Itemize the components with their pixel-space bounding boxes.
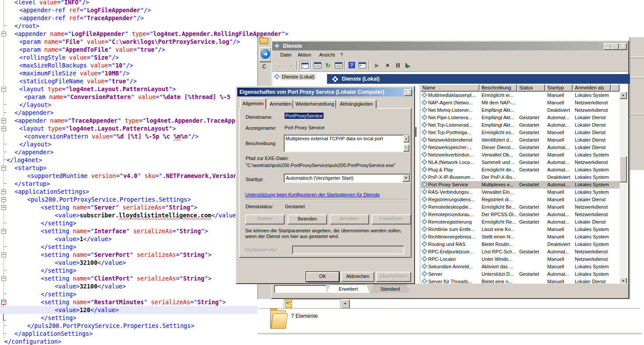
table-cell: Bietet Routin... — [480, 241, 517, 248]
abbrechen-button[interactable]: Abbrechen — [341, 272, 374, 282]
tab-allgemein[interactable]: Allgemein — [240, 98, 266, 109]
starttyp-select[interactable]: Automatisch (Verzögerter Start) ▼ — [284, 174, 411, 183]
table-cell: Gestartet — [517, 219, 545, 225]
forward-arrow-icon[interactable]: → — [286, 61, 296, 70]
column-header-anmeldenals[interactable]: Anmelden als — [573, 84, 611, 92]
column-header-starttyp[interactable]: Starttyp — [545, 84, 573, 92]
table-cell: Löst RPC-Sch... — [480, 249, 517, 255]
window-border — [630, 37, 630, 332]
gear-icon — [422, 220, 426, 224]
table-cell: Der PnP-X-Bu... — [480, 174, 517, 181]
restart-service-icon[interactable]: ▶ — [403, 61, 412, 70]
show-extended-view-icon[interactable] — [357, 61, 367, 70]
tab-wiederherstellung[interactable]: Wiederherstellung — [293, 100, 336, 109]
pause-service-icon[interactable] — [393, 61, 403, 70]
minimize-button[interactable]: ▁ — [604, 43, 612, 50]
table-row[interactable]: NLA (Network Loca...Sammelt und ...Gesta… — [421, 159, 619, 166]
console-tree-icon[interactable] — [299, 61, 310, 71]
table-row[interactable]: Net.Tcp-Portfreiga...Ermöglicht es...Ges… — [421, 129, 619, 136]
column-header-beschreibung[interactable]: Beschreibung — [479, 84, 517, 92]
table-row[interactable]: RemoteregistrierungErmöglicht Re...Gesta… — [421, 218, 619, 226]
table-cell: Unter Windo... — [480, 256, 517, 263]
folder-tree-fragment[interactable] — [284, 299, 341, 309]
services-app-icon — [275, 44, 279, 48]
table-cell: RPC-Locator — [421, 256, 480, 263]
table-cell: Ermöglicht Be... — [480, 204, 517, 210]
table-row[interactable]: Routing und RASBietet Routin...Deaktivie… — [421, 241, 619, 248]
table-cell: Manuell — [545, 204, 573, 210]
ok-button[interactable]: OK — [306, 272, 339, 282]
table-row[interactable]: Netzwerkverbindun...Verwaltet Ob...Gesta… — [421, 151, 619, 159]
beenden-button[interactable]: Beenden — [288, 214, 327, 224]
table-cell: Manuell — [545, 92, 573, 99]
table-row[interactable]: Remoteprozedurau...Der RPCSS-Di...Gestar… — [421, 211, 619, 218]
view-tab-standard[interactable]: Standard — [370, 285, 410, 293]
gear-icon — [422, 123, 426, 127]
gear-icon — [275, 75, 279, 78]
close-icon[interactable]: ✕ — [404, 89, 412, 96]
close-icon[interactable]: ✕ — [619, 43, 627, 50]
gear-icon — [422, 272, 426, 276]
stop-service-icon[interactable]: ■ — [383, 61, 392, 70]
scrollbar-thumb[interactable] — [619, 156, 627, 182]
back-arrow-icon[interactable]: ← — [276, 61, 285, 70]
table-row[interactable]: NetzwerklistendienstIdentifiziert d...Ge… — [421, 136, 619, 144]
table-row[interactable]: Remotedesktopdie...Ermöglicht Be...Gesta… — [421, 203, 619, 211]
table-cell: Richtlinie zum Entfe... — [421, 226, 480, 233]
menu-item-ansicht[interactable]: Ansicht — [317, 52, 337, 58]
table-row[interactable]: RAS-Verbindungsv...Verwaltet Ein...Manue… — [421, 189, 619, 196]
tab-abhängigkeiten[interactable]: Abhängigkeiten — [336, 100, 377, 109]
gear-icon — [422, 138, 426, 142]
dialog-titlebar[interactable]: Eigenschaften von Port Proxy Service (Lo… — [237, 88, 413, 96]
table-row[interactable]: PnP-X-IP-Busenum...Der PnP-X-Bu...Deakti… — [421, 174, 619, 181]
table-row[interactable]: Net.Tcp-Listenerad...Empfängt Akt...Gest… — [421, 121, 619, 129]
properties-icon[interactable] — [313, 61, 322, 70]
table-row[interactable]: RPC-LocatorUnter Windo...ManuellNetzwerk… — [421, 256, 619, 263]
chevron-down-icon[interactable]: ▼ — [402, 174, 410, 182]
table-row[interactable]: NAP-Agent (Netwo...Mit dem NAP-...Manuel… — [421, 99, 619, 107]
back-button[interactable]: ◄ — [259, 47, 271, 62]
menu-item-aktion[interactable]: Aktion — [296, 52, 313, 58]
refresh-icon[interactable]: ↻ — [323, 61, 333, 70]
vertical-scrollbar[interactable]: ▲ ▼ — [619, 92, 627, 285]
scroll-up-button[interactable]: ▲ — [619, 92, 627, 99]
table-row[interactable]: Sekundäre Anmeld...Aktiviert das ...Manu… — [421, 263, 619, 270]
menu-item-datei[interactable]: Datei — [278, 52, 293, 58]
menubar: DateiAktionAnsicht? — [272, 50, 628, 60]
column-header-name[interactable]: Name▲ — [420, 84, 479, 92]
maximize-button[interactable]: □ — [611, 43, 619, 50]
startparameter-input[interactable] — [292, 245, 404, 254]
table-row[interactable]: ServerUnterstützt D...GestartetAutomat..… — [421, 270, 619, 278]
code-line: </startup> — [14, 180, 50, 188]
startoptions-help-link[interactable]: Unterstützung beim Konfigurieren der Sta… — [245, 192, 380, 197]
table-row[interactable]: Plug & PlayErmöglicht de...GestartetAuto… — [421, 166, 619, 174]
column-header-status[interactable]: Status — [517, 84, 545, 92]
table-row[interactable]: Richtlinienergebniss...Stellt einen N...… — [421, 233, 619, 241]
services-titlebar[interactable]: Dienste ▁ □ ✕ — [272, 42, 628, 50]
folder-icon — [270, 310, 286, 329]
dienstname-value[interactable]: PortProxyService — [285, 113, 324, 119]
table-row[interactable]: Registrierungsdiens...Registriert di...M… — [421, 196, 619, 203]
table-row[interactable]: Net.Msmq-Listener...Empfängt Akt...Deakt… — [421, 107, 619, 114]
dropdown-button[interactable]: ▼ — [341, 299, 350, 309]
table-row[interactable]: Port Proxy ServiceMultiplexes e...Gestar… — [421, 181, 619, 189]
view-tab-erweitert[interactable]: Erweitert — [327, 285, 370, 293]
tab-anmelden[interactable]: Anmelden — [268, 100, 293, 109]
start-service-icon[interactable]: ▶ — [372, 61, 382, 70]
code-line: </appender> — [14, 109, 53, 117]
table-row[interactable]: Multimediaklassenpl...Ermöglicht ei...Ma… — [421, 92, 619, 99]
table-row[interactable]: Richtlinie zum Entfe...Lässt eine Ko...M… — [421, 226, 619, 233]
table-row[interactable]: Net.Pipe-Listenera...Empfängt Akt...Gest… — [421, 114, 619, 121]
table-row[interactable]: Netzwerkspeicher-...Dieser Dienst...Gest… — [421, 144, 619, 151]
scroll-down-button[interactable]: ▼ — [403, 144, 409, 152]
gear-icon — [422, 100, 426, 104]
gear-icon — [422, 182, 426, 186]
export-list-icon[interactable]: → — [334, 61, 343, 70]
beschreibung-textbox[interactable]: Multiplexes external TCP/IP data on loca… — [284, 135, 410, 152]
filter-box[interactable] — [274, 285, 327, 293]
table-row[interactable]: RPC-Endpunktzuor...Löst RPC-Sch...Gestar… — [421, 248, 619, 256]
scroll-up-button[interactable]: ▲ — [403, 135, 409, 142]
sidebar-item-dienste-lokal[interactable]: Dienste (Lokal) — [275, 74, 316, 81]
menu-item-[interactable]: ? — [338, 52, 345, 58]
help-icon[interactable]: ? — [347, 61, 356, 70]
